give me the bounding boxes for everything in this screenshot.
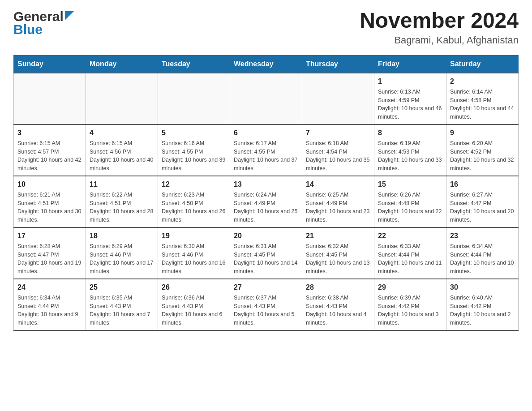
day-number: 26 [162,282,226,293]
day-info: Sunrise: 6:37 AM Sunset: 4:43 PM Dayligh… [234,294,298,327]
logo: General Blue [13,9,74,37]
day-info: Sunrise: 6:36 AM Sunset: 4:43 PM Dayligh… [162,294,226,327]
calendar-cell-w2-d2: 4Sunrise: 6:15 AM Sunset: 4:56 PM Daylig… [86,124,158,176]
day-number: 21 [306,231,370,241]
calendar-cell-w3-d5: 14Sunrise: 6:25 AM Sunset: 4:49 PM Dayli… [302,176,374,227]
col-wednesday: Wednesday [230,55,302,73]
day-number: 1 [378,76,442,87]
day-info: Sunrise: 6:31 AM Sunset: 4:45 PM Dayligh… [234,242,298,276]
calendar-cell-w5-d6: 29Sunrise: 6:39 AM Sunset: 4:42 PM Dayli… [374,279,446,330]
calendar-cell-w1-d1 [14,73,86,124]
day-number: 2 [450,76,515,87]
day-info: Sunrise: 6:20 AM Sunset: 4:52 PM Dayligh… [450,139,515,173]
calendar-table: Sunday Monday Tuesday Wednesday Thursday… [13,55,519,331]
calendar-cell-w2-d3: 5Sunrise: 6:16 AM Sunset: 4:55 PM Daylig… [158,124,230,176]
day-number: 14 [306,179,370,190]
col-monday: Monday [86,55,158,73]
month-title: November 2024 [360,9,519,33]
col-thursday: Thursday [302,55,374,73]
logo-blue-text: Blue [13,22,43,37]
calendar-week-4: 17Sunrise: 6:28 AM Sunset: 4:47 PM Dayli… [14,227,519,279]
day-info: Sunrise: 6:24 AM Sunset: 4:49 PM Dayligh… [234,191,298,224]
calendar-cell-w2-d5: 7Sunrise: 6:18 AM Sunset: 4:54 PM Daylig… [302,124,374,176]
calendar-cell-w4-d6: 22Sunrise: 6:33 AM Sunset: 4:44 PM Dayli… [374,227,446,279]
day-info: Sunrise: 6:22 AM Sunset: 4:51 PM Dayligh… [90,191,154,224]
calendar-cell-w2-d6: 8Sunrise: 6:19 AM Sunset: 4:53 PM Daylig… [374,124,446,176]
day-number: 4 [90,128,154,138]
day-info: Sunrise: 6:35 AM Sunset: 4:43 PM Dayligh… [90,294,154,327]
logo-icon [65,11,74,20]
day-number: 8 [378,128,442,138]
day-number: 10 [17,179,82,190]
calendar-cell-w3-d7: 16Sunrise: 6:27 AM Sunset: 4:47 PM Dayli… [446,176,519,227]
calendar-week-1: 1Sunrise: 6:13 AM Sunset: 4:59 PM Daylig… [14,73,519,124]
svg-marker-0 [65,11,74,20]
calendar-cell-w5-d2: 25Sunrise: 6:35 AM Sunset: 4:43 PM Dayli… [86,279,158,330]
calendar-cell-w3-d6: 15Sunrise: 6:26 AM Sunset: 4:48 PM Dayli… [374,176,446,227]
calendar-cell-w3-d2: 11Sunrise: 6:22 AM Sunset: 4:51 PM Dayli… [86,176,158,227]
day-number: 25 [90,282,154,293]
day-number: 6 [234,128,298,138]
day-number: 27 [234,282,298,293]
calendar-week-2: 3Sunrise: 6:15 AM Sunset: 4:57 PM Daylig… [14,124,519,176]
day-info: Sunrise: 6:40 AM Sunset: 4:42 PM Dayligh… [450,294,515,327]
day-number: 9 [450,128,515,138]
calendar-header-row: Sunday Monday Tuesday Wednesday Thursday… [14,55,519,73]
day-number: 11 [90,179,154,190]
day-number: 17 [17,231,82,241]
calendar-cell-w4-d1: 17Sunrise: 6:28 AM Sunset: 4:47 PM Dayli… [14,227,86,279]
day-number: 19 [162,231,226,241]
calendar-cell-w2-d4: 6Sunrise: 6:17 AM Sunset: 4:55 PM Daylig… [230,124,302,176]
day-info: Sunrise: 6:14 AM Sunset: 4:58 PM Dayligh… [450,88,515,121]
day-info: Sunrise: 6:27 AM Sunset: 4:47 PM Dayligh… [450,191,515,224]
calendar-cell-w4-d5: 21Sunrise: 6:32 AM Sunset: 4:45 PM Dayli… [302,227,374,279]
calendar-cell-w5-d4: 27Sunrise: 6:37 AM Sunset: 4:43 PM Dayli… [230,279,302,330]
day-number: 23 [450,231,515,241]
calendar-cell-w1-d7: 2Sunrise: 6:14 AM Sunset: 4:58 PM Daylig… [446,73,519,124]
day-info: Sunrise: 6:33 AM Sunset: 4:44 PM Dayligh… [378,242,442,276]
day-info: Sunrise: 6:34 AM Sunset: 4:44 PM Dayligh… [450,242,515,276]
day-info: Sunrise: 6:15 AM Sunset: 4:56 PM Dayligh… [90,139,154,173]
day-info: Sunrise: 6:25 AM Sunset: 4:49 PM Dayligh… [306,191,370,224]
calendar-cell-w4-d7: 23Sunrise: 6:34 AM Sunset: 4:44 PM Dayli… [446,227,519,279]
day-number: 28 [306,282,370,293]
day-info: Sunrise: 6:34 AM Sunset: 4:44 PM Dayligh… [17,294,82,327]
day-info: Sunrise: 6:19 AM Sunset: 4:53 PM Dayligh… [378,139,442,173]
calendar-cell-w4-d2: 18Sunrise: 6:29 AM Sunset: 4:46 PM Dayli… [86,227,158,279]
calendar-cell-w3-d4: 13Sunrise: 6:24 AM Sunset: 4:49 PM Dayli… [230,176,302,227]
day-info: Sunrise: 6:38 AM Sunset: 4:43 PM Dayligh… [306,294,370,327]
day-number: 15 [378,179,442,190]
day-number: 5 [162,128,226,138]
location-title: Bagrami, Kabul, Afghanistan [360,34,519,46]
day-number: 16 [450,179,515,190]
day-info: Sunrise: 6:28 AM Sunset: 4:47 PM Dayligh… [17,242,82,276]
page-header: General Blue November 2024 Bagrami, Kabu… [13,9,519,46]
day-info: Sunrise: 6:16 AM Sunset: 4:55 PM Dayligh… [162,139,226,173]
calendar-cell-w5-d7: 30Sunrise: 6:40 AM Sunset: 4:42 PM Dayli… [446,279,519,330]
day-number: 24 [17,282,82,293]
calendar-cell-w4-d3: 19Sunrise: 6:30 AM Sunset: 4:46 PM Dayli… [158,227,230,279]
col-sunday: Sunday [14,55,86,73]
day-number: 29 [378,282,442,293]
calendar-cell-w3-d1: 10Sunrise: 6:21 AM Sunset: 4:51 PM Dayli… [14,176,86,227]
col-saturday: Saturday [446,55,519,73]
day-number: 13 [234,179,298,190]
day-info: Sunrise: 6:17 AM Sunset: 4:55 PM Dayligh… [234,139,298,173]
calendar-cell-w1-d4 [230,73,302,124]
day-info: Sunrise: 6:30 AM Sunset: 4:46 PM Dayligh… [162,242,226,276]
col-friday: Friday [374,55,446,73]
calendar-cell-w4-d4: 20Sunrise: 6:31 AM Sunset: 4:45 PM Dayli… [230,227,302,279]
calendar-cell-w2-d7: 9Sunrise: 6:20 AM Sunset: 4:52 PM Daylig… [446,124,519,176]
col-tuesday: Tuesday [158,55,230,73]
calendar-cell-w5-d3: 26Sunrise: 6:36 AM Sunset: 4:43 PM Dayli… [158,279,230,330]
day-number: 18 [90,231,154,241]
calendar-cell-w1-d6: 1Sunrise: 6:13 AM Sunset: 4:59 PM Daylig… [374,73,446,124]
day-number: 22 [378,231,442,241]
day-number: 30 [450,282,515,293]
day-info: Sunrise: 6:39 AM Sunset: 4:42 PM Dayligh… [378,294,442,327]
day-info: Sunrise: 6:13 AM Sunset: 4:59 PM Dayligh… [378,88,442,121]
day-info: Sunrise: 6:26 AM Sunset: 4:48 PM Dayligh… [378,191,442,224]
calendar-cell-w1-d2 [86,73,158,124]
day-info: Sunrise: 6:21 AM Sunset: 4:51 PM Dayligh… [17,191,82,224]
day-number: 12 [162,179,226,190]
